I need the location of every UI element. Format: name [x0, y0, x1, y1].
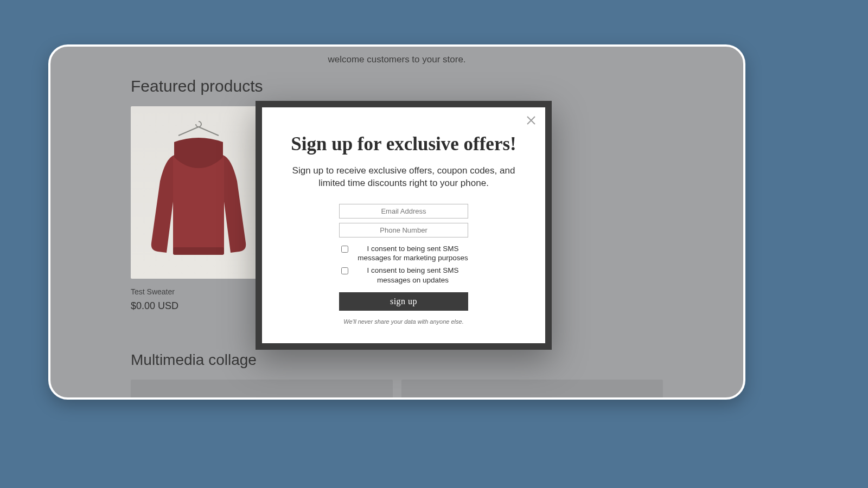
close-icon[interactable] [525, 114, 538, 127]
signup-form: I consent to being sent SMS messages for… [339, 204, 468, 325]
consent-marketing-label: I consent to being sent SMS messages for… [358, 244, 468, 263]
email-field[interactable] [339, 204, 468, 219]
signup-modal: Sign up for exclusive offers! Sign up to… [256, 101, 552, 350]
consent-marketing-checkbox[interactable] [341, 246, 348, 253]
signup-modal-inner: Sign up for exclusive offers! Sign up to… [262, 107, 545, 343]
consent-updates-label: I consent to being sent SMS messages on … [358, 266, 468, 285]
modal-title: Sign up for exclusive offers! [287, 133, 520, 155]
phone-field[interactable] [339, 223, 468, 237]
modal-subtitle: Sign up to receive exclusive offers, cou… [287, 165, 520, 190]
device-frame: welcome customers to your store. Feature… [48, 44, 745, 400]
privacy-note: We'll never share your data with anyone … [339, 318, 468, 325]
signup-button[interactable]: sign up [339, 292, 468, 311]
consent-updates-checkbox[interactable] [341, 267, 348, 274]
